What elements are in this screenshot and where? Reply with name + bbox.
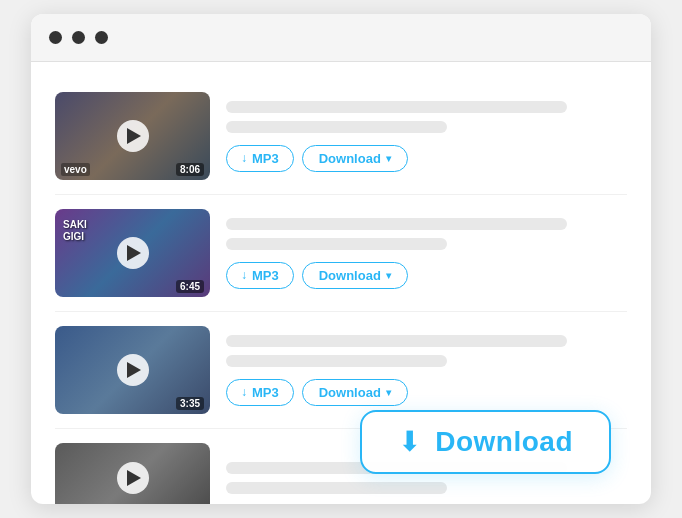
download-button-3[interactable]: Download ▾ [302,379,408,406]
thumbnail-2: SAKIGIGI 6:45 [55,209,210,297]
big-download-button[interactable]: ⬇ Download [360,410,611,474]
thumbnail-4 [55,443,210,504]
play-icon-2 [127,245,141,261]
mp3-label-3: MP3 [252,385,279,400]
video-item-1: vevo 8:06 ↓ MP3 Download ▾ [55,78,627,195]
info-sub-2 [226,238,447,250]
mp3-dl-icon-3: ↓ [241,385,247,399]
mp3-dl-icon-1: ↓ [241,151,247,165]
play-icon-3 [127,362,141,378]
play-button-4[interactable] [117,462,149,494]
info-sub-3 [226,355,447,367]
chevron-icon-1: ▾ [386,153,391,164]
info-sub-1 [226,121,447,133]
info-title-2 [226,218,567,230]
video-info-1: ↓ MP3 Download ▾ [226,101,627,172]
thumb-duration-2: 6:45 [176,280,204,293]
mp3-label-1: MP3 [252,151,279,166]
thumbnail-3: 3:35 [55,326,210,414]
play-icon-1 [127,128,141,144]
window-dot-1 [49,31,62,44]
info-sub-4 [226,482,447,494]
video-info-2: ↓ MP3 Download ▾ [226,218,627,289]
thumb-label-1: vevo [61,163,90,176]
chevron-icon-2: ▾ [386,270,391,281]
download-button-2[interactable]: Download ▾ [302,262,408,289]
info-title-3 [226,335,567,347]
mp3-button-3[interactable]: ↓ MP3 [226,379,294,406]
video-info-3: ↓ MP3 Download ▾ [226,335,627,406]
big-download-label: Download [435,426,573,458]
actions-1: ↓ MP3 Download ▾ [226,145,627,172]
window-dot-3 [95,31,108,44]
actions-2: ↓ MP3 Download ▾ [226,262,627,289]
play-button-2[interactable] [117,237,149,269]
actions-3: ↓ MP3 Download ▾ [226,379,627,406]
chevron-icon-3: ▾ [386,387,391,398]
thumb-duration-3: 3:35 [176,397,204,410]
download-label-2: Download [319,268,381,283]
video-item-2: SAKIGIGI 6:45 ↓ MP3 Download ▾ [55,195,627,312]
mp3-button-2[interactable]: ↓ MP3 [226,262,294,289]
thumbnail-1: vevo 8:06 [55,92,210,180]
big-download-wrapper: ⬇ Download [360,410,611,474]
mp3-label-2: MP3 [252,268,279,283]
download-button-1[interactable]: Download ▾ [302,145,408,172]
play-icon-4 [127,470,141,486]
download-label-3: Download [319,385,381,400]
info-title-1 [226,101,567,113]
play-button-1[interactable] [117,120,149,152]
saki-label: SAKIGIGI [63,219,87,243]
big-download-icon: ⬇ [398,428,421,456]
mp3-dl-icon-2: ↓ [241,268,247,282]
app-window: vevo 8:06 ↓ MP3 Download ▾ [31,14,651,504]
titlebar [31,14,651,62]
window-dot-2 [72,31,85,44]
download-label-1: Download [319,151,381,166]
play-button-3[interactable] [117,354,149,386]
mp3-button-1[interactable]: ↓ MP3 [226,145,294,172]
thumb-duration-1: 8:06 [176,163,204,176]
